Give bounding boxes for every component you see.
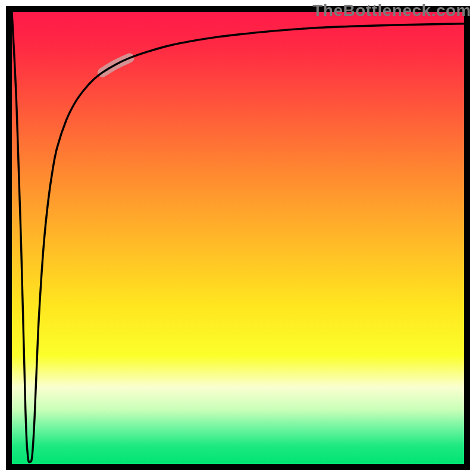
chart-svg [12,12,464,464]
bottleneck-curve-path [12,12,464,462]
watermark-label: TheBottleneck.com [312,1,471,20]
chart-container: TheBottleneck.com [0,0,476,476]
curve-group [12,12,464,462]
